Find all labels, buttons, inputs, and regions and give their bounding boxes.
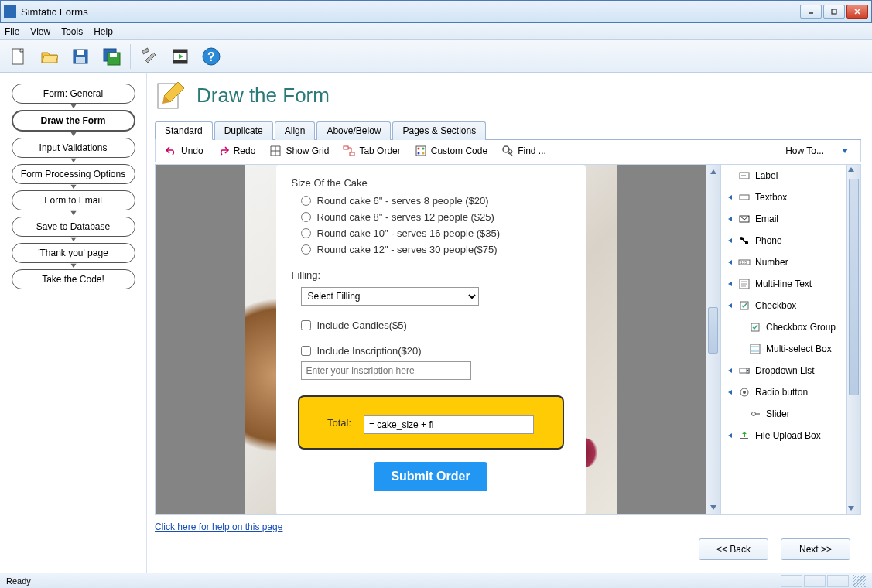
palette-radio-button[interactable]: Radio button xyxy=(721,381,846,403)
step--thank-you-page[interactable]: 'Thank you' page xyxy=(12,243,135,263)
how-to-label: How To... xyxy=(785,145,824,156)
new-button[interactable] xyxy=(5,43,32,70)
menu-tools[interactable]: Tools xyxy=(61,26,83,37)
open-button[interactable] xyxy=(36,43,63,70)
inscription-input[interactable] xyxy=(301,361,471,380)
caret-icon xyxy=(727,258,734,267)
filling-select[interactable]: Select Filling xyxy=(301,287,479,306)
size-radio-1[interactable] xyxy=(301,212,311,222)
redo-button[interactable]: Redo xyxy=(217,145,256,157)
submit-button[interactable]: Submit Order xyxy=(374,462,487,491)
menu-view[interactable]: View xyxy=(30,26,50,37)
menu-file[interactable]: File xyxy=(5,26,19,37)
palette-number[interactable]: 135Number xyxy=(721,251,846,273)
svg-rect-15 xyxy=(173,60,187,63)
palette-email[interactable]: Email xyxy=(721,208,846,230)
size-option: Round cake 12" - serves 30 people($75) xyxy=(301,244,570,255)
palette-slider[interactable]: Slider xyxy=(732,403,846,425)
help-link[interactable]: Click here for help on this page xyxy=(155,521,861,532)
size-radio-2[interactable] xyxy=(301,228,311,238)
step-input-validations[interactable]: Input Validations xyxy=(12,138,135,158)
scroll-down-icon[interactable] xyxy=(706,501,720,514)
find-button[interactable]: Find ... xyxy=(501,145,546,157)
checkbox-icon xyxy=(749,321,761,333)
tab-pages-sections[interactable]: Pages & Sections xyxy=(392,121,486,140)
menu-help[interactable]: Help xyxy=(94,26,113,37)
close-button[interactable] xyxy=(846,5,868,19)
maximize-button[interactable] xyxy=(823,5,845,19)
scroll-thumb[interactable] xyxy=(708,307,718,354)
palette-textbox[interactable]: Textbox xyxy=(721,186,846,208)
back-button[interactable]: << Back xyxy=(699,538,768,560)
palette-checkbox[interactable]: Checkbox xyxy=(721,295,846,316)
show-grid-button[interactable]: Show Grid xyxy=(269,145,329,157)
inscription-checkbox[interactable] xyxy=(301,346,311,356)
step-draw-the-form[interactable]: Draw the Form xyxy=(12,110,135,132)
scroll-up-icon[interactable] xyxy=(847,165,860,176)
undo-button[interactable]: Undo xyxy=(165,145,203,157)
tab-duplicate[interactable]: Duplicate xyxy=(214,121,273,140)
custom-code-icon xyxy=(415,145,427,157)
svg-marker-54 xyxy=(728,238,732,243)
canvas-scrollbar[interactable] xyxy=(706,164,720,515)
how-to-dropdown[interactable]: How To... xyxy=(785,145,851,157)
form-canvas[interactable]: Size Of the Cake Round cake 6" - serves … xyxy=(155,164,706,515)
palette-multi-line-text[interactable]: Multi-line Text xyxy=(721,273,846,295)
next-button[interactable]: Next >> xyxy=(781,538,850,560)
svg-point-75 xyxy=(743,391,746,394)
svg-marker-52 xyxy=(728,217,732,221)
step-form-general[interactable]: Form: General xyxy=(12,84,135,104)
upload-icon xyxy=(738,429,751,442)
tab-standard[interactable]: Standard xyxy=(155,121,213,140)
svg-marker-58 xyxy=(728,282,732,286)
candles-checkbox[interactable] xyxy=(301,320,311,330)
palette-multi-select-box[interactable]: Multi-select Box xyxy=(732,338,846,360)
size-radio-0[interactable] xyxy=(301,196,311,206)
settings-button[interactable] xyxy=(135,43,163,70)
caret-icon xyxy=(727,388,734,397)
svg-rect-8 xyxy=(76,57,85,63)
custom-code-button[interactable]: Custom Code xyxy=(415,145,487,157)
svg-rect-36 xyxy=(416,146,426,156)
size-option-label: Round cake 12" - serves 30 people($75) xyxy=(317,244,498,255)
scroll-up-icon[interactable] xyxy=(706,165,720,179)
preview-button[interactable] xyxy=(166,43,194,70)
palette-file-upload-box[interactable]: File Upload Box xyxy=(721,425,846,446)
total-label: Total: xyxy=(327,417,351,429)
palette-scrollbar[interactable] xyxy=(847,164,861,515)
step-form-processing-options[interactable]: Form Processing Options xyxy=(12,164,135,184)
palette-checkbox-group[interactable]: Checkbox Group xyxy=(732,316,846,338)
slider-icon xyxy=(749,408,761,420)
tab-align[interactable]: Align xyxy=(275,121,316,140)
tab-order-button[interactable]: Tab Order xyxy=(343,145,400,157)
size-radio-3[interactable] xyxy=(301,244,311,255)
step-save-to-database[interactable]: Save to Database xyxy=(12,217,135,237)
tab-above-below[interactable]: Above/Below xyxy=(316,121,391,140)
size-option-label: Round cake 10" - serves 16 people ($35) xyxy=(317,227,501,239)
minimize-button[interactable] xyxy=(800,5,822,19)
save-button[interactable] xyxy=(67,43,94,70)
resize-grip-icon[interactable] xyxy=(853,575,866,587)
redo-label: Redo xyxy=(234,145,256,156)
svg-rect-1 xyxy=(832,9,836,14)
palette-dropdown-list[interactable]: Dropdown List xyxy=(721,360,846,381)
total-input[interactable] xyxy=(364,415,534,434)
help-button[interactable]: ? xyxy=(197,43,225,70)
svg-rect-34 xyxy=(344,146,348,149)
palette-phone[interactable]: Phone xyxy=(721,230,846,251)
size-label: Size Of the Cake xyxy=(292,177,570,189)
scroll-thumb[interactable] xyxy=(849,179,859,395)
show-grid-label: Show Grid xyxy=(286,145,329,156)
svg-marker-80 xyxy=(848,167,854,172)
palette-label[interactable]: Label xyxy=(721,165,846,186)
svg-marker-20 xyxy=(70,132,76,136)
redo-icon xyxy=(217,145,230,157)
find-label: Find ... xyxy=(518,145,546,156)
step-take-the-code-[interactable]: Take the Code! xyxy=(12,269,135,289)
save-as-button[interactable] xyxy=(97,43,125,70)
scroll-down-icon[interactable] xyxy=(847,504,860,514)
step-form-to-email[interactable]: Form to Email xyxy=(12,190,135,210)
title-bar: Simfatic Forms xyxy=(0,0,872,23)
svg-marker-49 xyxy=(728,195,732,200)
total-box: Total: xyxy=(298,395,564,450)
